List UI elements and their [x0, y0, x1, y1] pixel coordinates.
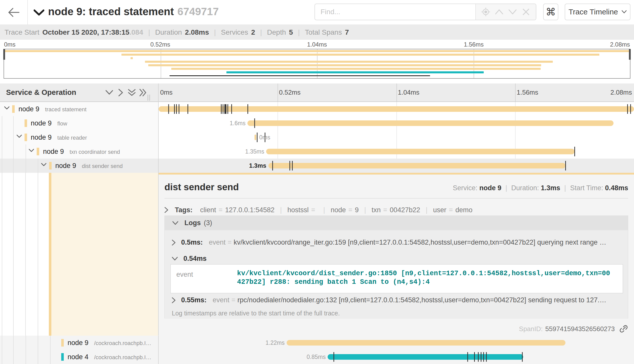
- chevron-right-icon: [164, 207, 168, 213]
- log-entry[interactable]: 0.5ms: event = kv/kvclient/kvcoord/range…: [172, 239, 606, 246]
- back-button[interactable]: [0, 0, 28, 25]
- minimap-scrubber-left[interactable]: [3, 49, 5, 60]
- span-row-track[interactable]: 1.22ms: [159, 336, 634, 350]
- tag-item: hostssl=: [287, 206, 318, 214]
- logs-footer-note: Log timestamps are relative to the start…: [172, 310, 340, 317]
- span-row-name-cell[interactable]: node 9traced statement: [0, 102, 158, 116]
- span-log-tick: [221, 104, 222, 114]
- collapse-one-icon[interactable]: [104, 83, 114, 101]
- span-color-chip: [49, 162, 52, 169]
- log-entry-expanded[interactable]: 0.54ms: [172, 255, 213, 263]
- column-resize-handle[interactable]: [147, 94, 151, 101]
- logs-header[interactable]: Logs (3): [165, 216, 628, 230]
- span-row-name-cell[interactable]: node 9dist sender send: [0, 159, 158, 173]
- span-row[interactable]: node 9/cockroach.roachpb.I…1.22ms: [0, 336, 634, 350]
- span-log-tick: [187, 104, 188, 114]
- span-log-tick: [227, 104, 228, 114]
- span-operation-name: /cockroach.roachpb.I…: [94, 350, 151, 364]
- span-operation-name: flow: [57, 117, 67, 131]
- timeline-tick-label: 2.08ms: [610, 83, 632, 101]
- minimap-span-bar: [145, 61, 553, 63]
- span-bar[interactable]: [266, 149, 575, 154]
- tree-indent-guide: [2, 116, 2, 130]
- span-row[interactable]: node 4/cockroach.roachpb.I…0.85ms: [0, 350, 634, 364]
- keyboard-shortcuts-button[interactable]: ⌘: [543, 4, 558, 20]
- minimap-span-bar: [170, 75, 430, 76]
- next-result-icon[interactable]: [508, 7, 518, 17]
- link-icon[interactable]: [619, 325, 628, 333]
- span-row-track[interactable]: 1.6ms: [159, 116, 634, 130]
- span-operation-name: table reader: [57, 131, 87, 145]
- logs-count: (3): [204, 219, 212, 227]
- command-icon: ⌘: [546, 6, 556, 18]
- tag-separator: |: [364, 206, 366, 214]
- span-log-tick: [522, 352, 523, 362]
- span-bar[interactable]: [287, 340, 565, 346]
- collapse-all-icon[interactable]: [127, 83, 137, 101]
- span-bar[interactable]: [268, 163, 565, 168]
- span-log-tick: [223, 104, 223, 114]
- span-row-name-cell[interactable]: node 9/cockroach.roachpb.I…: [0, 336, 158, 350]
- tree-indent-guide: [26, 336, 26, 350]
- focus-match-icon[interactable]: [481, 7, 491, 17]
- span-row-name-cell[interactable]: node 9table reader: [0, 130, 158, 144]
- span-row[interactable]: node 9table reader0ms: [0, 130, 634, 144]
- chevron-right-icon: [172, 297, 176, 303]
- spanid-row: SpanID: 5597415943526560273: [519, 325, 628, 333]
- tag-separator: |: [426, 206, 428, 214]
- span-log-tick: [292, 161, 293, 170]
- span-service-name: node 9: [68, 336, 89, 350]
- minimap-canvas[interactable]: [4, 49, 630, 79]
- minimap-scrubber-right[interactable]: [629, 49, 631, 60]
- span-color-chip: [61, 353, 64, 361]
- span-row-track[interactable]: [159, 102, 634, 116]
- span-service-name: node 9: [31, 130, 52, 144]
- logs-title: Logs: [184, 219, 201, 227]
- find-input[interactable]: [315, 4, 475, 20]
- span-row[interactable]: node 9traced statement: [0, 102, 634, 116]
- expand-chevron-icon[interactable]: [41, 163, 47, 168]
- span-bar[interactable]: [247, 120, 613, 126]
- expand-one-icon[interactable]: [116, 83, 126, 101]
- expand-all-icon[interactable]: [138, 83, 148, 101]
- span-detail-title: dist sender send: [164, 182, 239, 192]
- span-bar[interactable]: [328, 354, 523, 360]
- span-log-tick: [467, 352, 468, 362]
- timeline-header-gridline: [278, 83, 278, 101]
- minimap-tick-label: 0ms: [4, 41, 15, 48]
- minimap-span-bar: [148, 64, 541, 66]
- tree-indent-guide: [13, 336, 14, 350]
- span-row-name-cell[interactable]: node 9txn coordinator send: [0, 144, 158, 159]
- span-row-track[interactable]: 1.3ms: [159, 159, 634, 173]
- prev-result-icon[interactable]: [494, 7, 504, 17]
- tree-indent-guide: [13, 350, 14, 364]
- trace-summary-bar: Trace Start October 15 2020, 17:38:15 .0…: [0, 25, 634, 40]
- expand-chevron-icon[interactable]: [29, 149, 34, 154]
- tree-indent-guide: [13, 130, 14, 144]
- trace-view-selector[interactable]: Trace Timeline: [565, 4, 630, 20]
- span-row-track[interactable]: 1.35ms: [159, 144, 634, 159]
- expand-chevron-icon[interactable]: [4, 106, 10, 112]
- tag-item: txn=00427b22: [372, 206, 420, 214]
- minimap-tick-label: 0.52ms: [150, 41, 170, 48]
- page-title: node 9: traced statement6749717: [48, 6, 219, 18]
- tree-indent-guide: [26, 159, 26, 173]
- span-log-tick: [478, 352, 479, 362]
- span-log-tick: [333, 352, 334, 362]
- span-bar[interactable]: [255, 135, 256, 140]
- expand-chevron-icon[interactable]: [16, 135, 22, 140]
- span-row-track[interactable]: 0ms: [159, 130, 634, 144]
- span-row-name-cell[interactable]: node 9flow: [0, 116, 158, 130]
- span-color-accent: [159, 173, 634, 175]
- span-bar[interactable]: [159, 106, 634, 112]
- span-row[interactable]: node 9txn coordinator send1.35ms: [0, 144, 634, 159]
- span-row[interactable]: node 9dist sender send1.3ms: [0, 159, 634, 173]
- span-row[interactable]: node 9flow1.6ms: [0, 116, 634, 130]
- span-row-track[interactable]: 0.85ms: [159, 350, 634, 364]
- clear-search-icon[interactable]: [521, 7, 531, 17]
- collapse-title-chevron-icon[interactable]: [34, 7, 45, 18]
- span-log-tick: [179, 104, 179, 114]
- span-row-name-cell[interactable]: node 4/cockroach.roachpb.I…: [0, 350, 158, 364]
- log-entry[interactable]: 0.55ms: event = rpc/nodedialer/nodediale…: [172, 296, 606, 304]
- tags-accordian[interactable]: Tags: client=127.0.0.1:54582|hostssl=|no…: [164, 203, 628, 217]
